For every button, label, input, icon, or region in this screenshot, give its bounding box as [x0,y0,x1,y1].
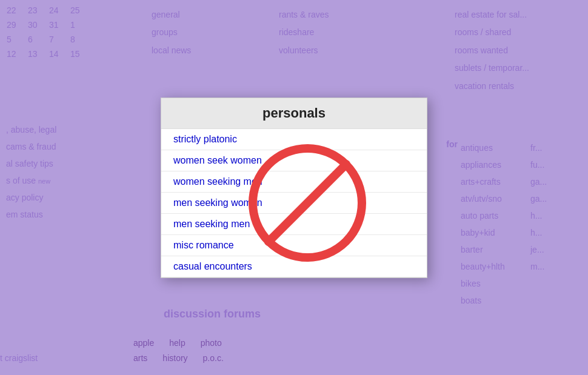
strictly-platonic-link[interactable]: strictly platonic [173,134,237,144]
list-item[interactable]: men seeking men [161,214,427,235]
casual-encounters-link[interactable]: casual encounters [173,261,252,271]
list-item[interactable]: misc romance [161,235,427,256]
bg-volunteers: volunteers [279,42,329,59]
list-item[interactable]: men seeking women [161,193,427,214]
men-seeking-men-link[interactable]: men seeking men [173,219,250,229]
bg-rideshare: rideshare [279,24,329,41]
bg-for-label: for [446,139,458,149]
bg-groups: groups [152,24,191,41]
bg-local-news: local news [152,42,191,59]
bg-rooms-shared: rooms / shared [455,24,582,41]
personals-modal: personals strictly platonic women seek w… [161,98,427,278]
bg-left: , abuse, legal cams & fraud al safety ti… [6,121,56,223]
misc-romance-link[interactable]: misc romance [173,240,234,250]
forum-links: apple help photo [133,338,222,348]
list-item[interactable]: strictly platonic [161,129,427,150]
forum-links-2: arts history p.o.c. [133,353,224,363]
men-seeking-women-link[interactable]: men seeking women [173,197,262,208]
bg-forsale-right: fr... fu... ga... ga... h... h... je... … [530,139,588,275]
modal-header: personals [161,98,427,129]
bg-real-estate: real estate for sal... [455,6,582,24]
bg-right: real estate for sal... rooms / shared ro… [455,0,588,95]
bg-sublets: sublets / temporar... [455,59,582,77]
list-item[interactable]: casual encounters [161,256,427,277]
calendar-numbers: 22 23 24 25 29 30 31 1 5 6 7 8 12 13 14 … [0,0,91,64]
bg-general: general [152,6,191,24]
modal-title: personals [262,105,326,121]
bg-rants: rants & raves [279,6,329,24]
bg-craigslist: t craigslist [0,353,38,363]
bg-vacation: vacation rentals [455,78,582,95]
list-item[interactable]: women seek women [161,150,427,171]
bg-rooms-wanted: rooms wanted [455,42,582,59]
discussion-forums-title: discussion forums [164,308,261,320]
bg-middle-right: rants & raves rideshare volunteers [279,0,329,59]
list-item[interactable]: women seeking men [161,171,427,193]
modal-body: strictly platonic women seek women women… [161,129,427,277]
women-seeking-men-link[interactable]: women seeking men [173,176,262,187]
bg-middle-left: general groups local news [152,0,191,59]
women-seek-women-link[interactable]: women seek women [173,155,262,165]
